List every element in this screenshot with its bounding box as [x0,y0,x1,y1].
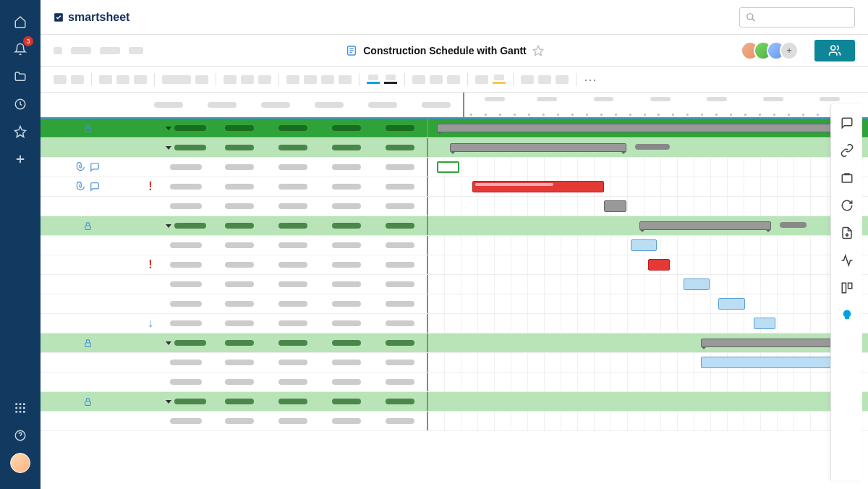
expand-caret-icon[interactable] [166,146,171,150]
flag-cell[interactable] [142,275,159,294]
flag-cell[interactable] [142,216,159,235]
home-icon[interactable] [9,10,32,33]
flag-cell[interactable] [142,392,159,411]
task-row[interactable] [41,294,868,314]
gantt-bar[interactable] [450,143,626,152]
flag-cell[interactable] [142,294,159,313]
gantt-cell[interactable] [427,275,868,294]
lock-icon[interactable] [83,339,93,348]
parent-row[interactable] [41,216,868,236]
gantt-bar[interactable] [639,221,771,230]
flag-cell[interactable] [142,158,159,177]
grid-cell[interactable] [320,197,373,216]
gantt-bar[interactable] [437,161,459,173]
grid-cell[interactable] [266,177,320,196]
gantt-cell[interactable] [427,314,868,333]
star-icon[interactable] [9,120,32,143]
toolbar-button[interactable] [99,75,112,84]
grid-cell[interactable] [320,294,373,313]
grid-cell[interactable] [373,138,427,157]
bell-icon[interactable]: 3 [9,38,32,61]
grid-cell[interactable] [320,119,373,137]
task-row[interactable] [41,353,868,373]
plus-icon[interactable] [9,148,32,171]
grid-cell[interactable] [159,294,213,313]
column-header[interactable] [356,93,409,117]
search-input[interactable] [739,7,855,27]
task-row[interactable] [41,373,868,392]
flag-cell[interactable]: ! [142,255,159,274]
gantt-bar[interactable] [472,181,604,192]
gantt-timeline-header[interactable] [463,93,868,117]
gantt-bar[interactable] [604,200,626,212]
gantt-cell[interactable] [427,412,868,430]
brand-logo[interactable]: smartsheet [54,11,129,24]
gantt-bar[interactable] [684,278,710,290]
toolbar-button[interactable] [304,75,317,84]
flag-cell[interactable]: ! [142,177,159,196]
lock-icon[interactable] [83,221,93,231]
grid-cell[interactable] [320,255,373,274]
grid-cell[interactable] [266,158,320,177]
expand-caret-icon[interactable] [166,400,171,404]
grid-cell[interactable] [266,353,320,372]
grid-cell[interactable] [266,216,320,235]
grid-cell[interactable] [266,119,320,137]
grid-cell[interactable] [373,216,427,235]
grid-cell[interactable] [320,158,373,177]
gantt-bar[interactable] [631,239,657,251]
flag-cell[interactable] [142,353,159,372]
grid-cell[interactable] [213,275,266,294]
update-requests-icon[interactable] [838,197,856,214]
highlight-button[interactable] [493,75,506,84]
grid-cell[interactable] [159,255,213,274]
grid-cell[interactable] [266,255,320,274]
toolbar-button[interactable] [538,75,551,84]
grid-cell[interactable] [373,314,427,333]
task-row[interactable] [41,275,868,294]
attachment-icon[interactable] [75,162,85,172]
parent-row[interactable] [41,119,868,138]
apps-icon[interactable] [9,396,32,420]
flag-cell[interactable] [142,197,159,216]
comment-icon[interactable] [90,162,100,172]
task-row[interactable]: ! [41,255,868,275]
flag-cell[interactable] [142,119,159,137]
grid-cell[interactable] [266,275,320,294]
grid-cell[interactable] [159,236,213,255]
expand-caret-icon[interactable] [166,224,171,228]
flag-cell[interactable] [142,333,159,352]
column-header[interactable] [302,93,356,117]
grid-cell[interactable] [266,294,320,313]
grid-cell[interactable] [320,412,373,430]
dynamic-view-icon[interactable] [838,279,856,297]
grid-cell[interactable] [320,373,373,391]
parent-row[interactable] [41,333,868,353]
grid-cell[interactable] [266,392,320,411]
gantt-cell[interactable] [427,138,868,157]
grid-cell[interactable] [213,314,266,333]
grid-cell[interactable] [373,197,427,216]
grid-cell[interactable] [159,412,213,430]
attachment-icon[interactable] [75,182,85,192]
proofs-panel-icon[interactable] [838,169,856,187]
gantt-bar[interactable] [754,318,775,329]
grid-cell[interactable] [159,197,213,216]
folder-icon[interactable] [9,65,32,88]
toolbar-button[interactable] [162,75,191,84]
toolbar-button[interactable] [241,75,254,84]
toolbar-button[interactable] [430,75,443,84]
expand-caret-icon[interactable] [166,341,171,345]
grid-cell[interactable] [266,412,320,430]
grid-cell[interactable] [266,314,320,333]
expand-caret-icon[interactable] [166,127,171,130]
comments-panel-icon[interactable] [838,114,856,132]
grid-cell[interactable] [213,294,266,313]
tab-placeholder[interactable] [71,47,91,54]
tab-placeholder[interactable] [54,47,62,54]
share-button[interactable] [814,40,855,61]
grid-cell[interactable] [213,158,266,177]
grid-cell[interactable] [159,138,213,157]
grid-cell[interactable] [159,275,213,294]
column-header[interactable] [409,93,463,117]
